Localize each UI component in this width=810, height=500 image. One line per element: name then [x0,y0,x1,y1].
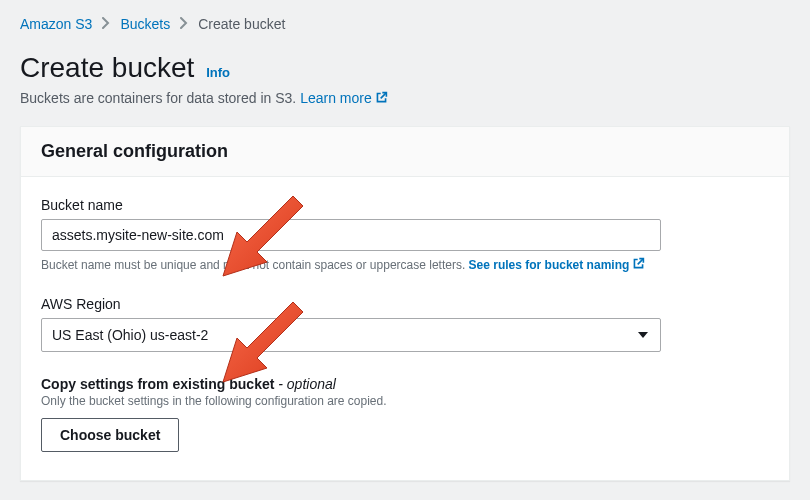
breadcrumb-item-current: Create bucket [198,16,285,32]
info-link[interactable]: Info [206,65,230,80]
aws-region-value: US East (Ohio) us-east-2 [52,327,208,343]
chevron-right-icon [180,16,188,32]
page-title: Create bucket [20,52,194,84]
page-heading: Create bucket Info Buckets are container… [20,52,790,106]
aws-region-select[interactable]: US East (Ohio) us-east-2 [41,318,661,352]
bucket-name-input[interactable] [41,219,661,251]
copy-settings-row: Copy settings from existing bucket - opt… [41,376,769,452]
aws-region-row: AWS Region US East (Ohio) us-east-2 [41,296,769,352]
breadcrumb-item-buckets[interactable]: Buckets [120,16,170,32]
bucket-name-hint: Bucket name must be unique and must not … [41,257,769,272]
general-configuration-panel: General configuration Bucket name Bucket… [20,126,790,481]
panel-title: General configuration [41,141,769,162]
bucket-name-row: Bucket name Bucket name must be unique a… [41,197,769,272]
chevron-right-icon [102,16,110,32]
breadcrumb-item-s3[interactable]: Amazon S3 [20,16,92,32]
chevron-down-icon [638,332,648,338]
external-link-icon [632,257,645,270]
aws-region-label: AWS Region [41,296,769,312]
choose-bucket-button[interactable]: Choose bucket [41,418,179,452]
breadcrumb: Amazon S3 Buckets Create bucket [20,16,790,32]
bucket-naming-rules-link[interactable]: See rules for bucket naming [469,258,646,272]
copy-settings-label: Copy settings from existing bucket - opt… [41,376,769,392]
subtitle-text: Buckets are containers for data stored i… [20,90,300,106]
external-link-icon [375,91,388,104]
learn-more-link[interactable]: Learn more [300,90,388,106]
panel-header: General configuration [21,127,789,177]
bucket-name-label: Bucket name [41,197,769,213]
page-subtitle: Buckets are containers for data stored i… [20,90,790,106]
copy-settings-hint: Only the bucket settings in the followin… [41,394,769,408]
